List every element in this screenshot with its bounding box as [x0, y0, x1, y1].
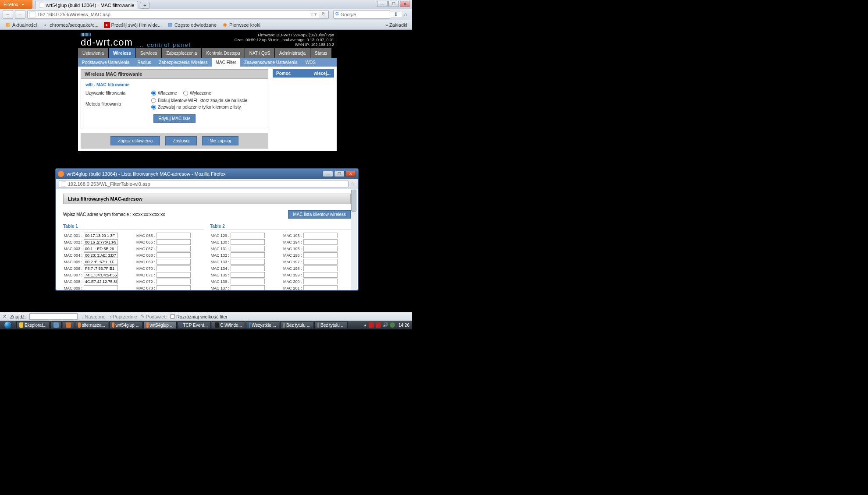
match-case-checkbox[interactable]: Rozróżniaj wielkość liter [170, 314, 228, 319]
tray-icon[interactable] [369, 322, 374, 328]
popup-close-button[interactable]: ✕ [345, 171, 356, 177]
browser-tab[interactable]: wrt54glup (build 13064) - MAC filtrowani… [35, 1, 139, 9]
back-button[interactable]: ← [3, 10, 13, 19]
taskbar-button[interactable]: Eksplorat... [16, 321, 50, 329]
taskbar-button[interactable]: C:\Windo... [212, 321, 245, 329]
downloads-icon[interactable]: ⬇ [392, 11, 400, 18]
bookmarks-menu[interactable]: »Zakładki [383, 21, 409, 28]
mac-input[interactable] [157, 272, 191, 278]
subtab-zaawansowaneustawienia[interactable]: Zaawansowane Ustawienia [240, 58, 302, 67]
system-tray[interactable]: ▲ 🔊 14:26 [361, 322, 412, 328]
filter-block-radio[interactable]: Blokuj klientow WIFI, ktorz znajda sie n… [151, 98, 247, 103]
findbar-close-icon[interactable]: ✕ [3, 314, 7, 319]
mac-input[interactable] [84, 239, 118, 245]
subtab-radius[interactable]: Radius [133, 58, 155, 67]
mac-input[interactable] [157, 252, 191, 258]
mac-input[interactable] [303, 259, 338, 265]
mac-input[interactable] [84, 233, 118, 238]
mac-input[interactable] [231, 239, 265, 245]
maximize-button[interactable]: ☐ [388, 1, 399, 7]
bookmark-item[interactable]: ▫chrome://seoquake/c... [40, 21, 100, 29]
find-next-button[interactable]: ↓ Następne [81, 314, 106, 319]
nav-tab-natqos[interactable]: NAT / QoS [245, 48, 275, 58]
more-link[interactable]: wiecej... [314, 71, 331, 76]
tray-expand-icon[interactable]: ▲ [363, 323, 367, 327]
mac-input[interactable] [231, 265, 265, 271]
taskbar-button[interactable]: Wszystkie ... [246, 321, 279, 329]
mac-input[interactable] [231, 272, 265, 278]
subtab-macfilter[interactable]: MAC Filter [212, 58, 240, 67]
forward-button[interactable]: → [15, 10, 25, 19]
taskbar-button[interactable]: wrt54glup ... [143, 321, 177, 329]
url-bar[interactable]: ☆▾ [27, 10, 319, 19]
bookmark-item[interactable]: ▦Aktualności [3, 21, 39, 29]
popup-maximize-button[interactable]: ☐ [334, 171, 345, 177]
wireless-clients-button[interactable]: MAC lista klientow wireless [288, 210, 351, 219]
mac-input[interactable] [84, 259, 118, 265]
bookmark-item[interactable]: ▦Często odwiedzane [165, 21, 219, 29]
mac-input[interactable] [303, 246, 338, 251]
mac-input[interactable] [231, 279, 265, 284]
tray-icon[interactable] [376, 322, 381, 328]
mac-input[interactable] [231, 252, 265, 258]
nav-tab-wireless[interactable]: Wireless [109, 48, 136, 58]
mac-input[interactable] [303, 265, 338, 271]
mac-input[interactable] [84, 246, 118, 251]
mac-input[interactable] [84, 265, 118, 271]
mac-input[interactable] [157, 259, 191, 265]
edit-maclist-button[interactable]: Edytuj MAC liste [153, 114, 195, 123]
minimize-button[interactable]: — [377, 1, 388, 7]
find-prev-button[interactable]: ↑ Poprzednie [109, 314, 137, 319]
taskbar-button[interactable] [63, 321, 74, 329]
url-input[interactable] [37, 12, 308, 17]
save-button[interactable]: Zapisz ustawienia [110, 136, 160, 145]
nav-tab-status[interactable]: Status [310, 48, 332, 58]
cancel-button[interactable]: Nie zapisuj [202, 136, 238, 145]
nav-tab-administracja[interactable]: Administracja [275, 48, 310, 58]
firefox-menu-button[interactable]: Firefox [0, 0, 32, 9]
popup-titlebar[interactable]: wrt54glup (build 13064) - Lista filtrowa… [56, 169, 358, 179]
taskbar-button[interactable]: site:nasza... [75, 321, 108, 329]
popup-url-bar[interactable]: 192.168.0.253/WL_FilterTable-wl0.asp [59, 180, 349, 188]
mac-input[interactable] [303, 279, 338, 284]
mac-input[interactable] [157, 233, 191, 238]
mac-input[interactable] [231, 246, 265, 251]
mac-input[interactable] [84, 285, 118, 291]
mac-input[interactable] [231, 259, 265, 265]
subtab-wds[interactable]: WDS [302, 58, 320, 67]
mac-input[interactable] [231, 285, 265, 291]
home-icon[interactable]: ⌂ [402, 11, 409, 18]
nav-tab-kontroladostepu[interactable]: Kontrola Dostepu [202, 48, 245, 58]
start-button[interactable] [0, 321, 16, 329]
mac-input[interactable] [157, 239, 191, 245]
mac-input[interactable] [84, 252, 118, 258]
new-tab-button[interactable]: + [140, 2, 149, 9]
search-bar[interactable]: G [333, 10, 390, 19]
mac-input[interactable] [84, 279, 118, 284]
taskbar-button[interactable]: Bez tytułu ... [314, 321, 348, 329]
taskbar-button[interactable]: wrt54glup ... [109, 321, 142, 329]
highlight-all-button[interactable]: ✎ Podświetl [141, 314, 167, 319]
rss-icon[interactable]: ☆▾ [310, 11, 317, 17]
network-icon[interactable] [390, 322, 395, 328]
mac-input[interactable] [157, 285, 191, 291]
close-button[interactable]: ✕ [400, 1, 410, 7]
volume-icon[interactable]: 🔊 [383, 322, 388, 328]
mac-input[interactable] [157, 246, 191, 251]
mac-input[interactable] [303, 252, 338, 258]
mac-input[interactable] [303, 239, 338, 245]
subtab-podstawoweustawienia[interactable]: Podstawowe Ustawienia [78, 58, 133, 67]
taskbar-button[interactable]: TCP Event... [178, 321, 211, 329]
mac-input[interactable] [157, 279, 191, 284]
filter-allow-radio[interactable]: Zezwalaj na polacznie tylko klientom z l… [151, 105, 247, 110]
mac-input[interactable] [231, 233, 265, 238]
popup-minimize-button[interactable]: — [323, 171, 333, 177]
bookmark-item[interactable]: ◉Pierwsze kroki [220, 21, 263, 29]
taskbar-button[interactable]: Bez tytułu ... [280, 321, 313, 329]
bookmark-item[interactable]: ▶Prześlij swój film wide... [102, 21, 164, 29]
bookmark-star-icon[interactable]: ☆ [350, 181, 355, 187]
nav-tab-services[interactable]: Services [136, 48, 162, 58]
popup-scrollbar[interactable] [351, 189, 357, 290]
filter-disable-radio[interactable]: Wylaczone [183, 91, 211, 95]
nav-tab-ustawienia[interactable]: Ustawienia [78, 48, 109, 58]
